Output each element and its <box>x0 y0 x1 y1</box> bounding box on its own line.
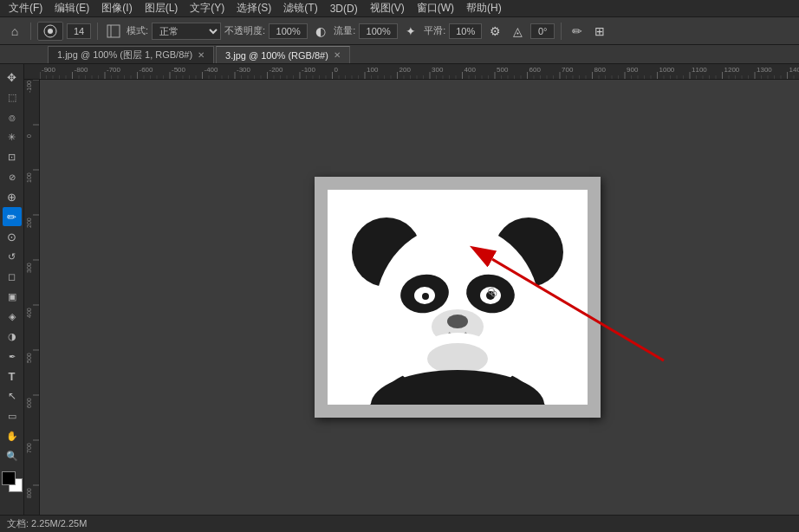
canvas-area[interactable] <box>40 80 799 515</box>
svg-text:700: 700 <box>562 66 574 74</box>
brush-size-input[interactable] <box>67 23 91 39</box>
toolbar: ⌂ 模式: 正常 不透明度: ◐ 流量: ✦ 平滑: ⚙ ◬ ✏ ⊞ <box>0 17 799 45</box>
menu-file[interactable]: 文件(F) <box>3 0 48 17</box>
brush-preset-picker[interactable] <box>37 22 63 41</box>
svg-text:900: 900 <box>627 66 639 74</box>
menu-edit[interactable]: 编辑(E) <box>49 0 94 17</box>
opacity-icon[interactable]: ◐ <box>311 22 330 41</box>
tool-move[interactable]: ✥ <box>3 68 22 87</box>
tool-blur[interactable]: ◈ <box>3 307 22 326</box>
svg-text:-200: -200 <box>270 66 284 74</box>
mode-select[interactable]: 正常 <box>152 23 221 40</box>
menubar: 文件(F) 编辑(E) 图像(I) 图层(L) 文字(Y) 选择(S) 滤镜(T… <box>0 0 799 17</box>
eye-marker <box>488 288 495 295</box>
svg-text:100: 100 <box>26 172 32 183</box>
tool-text[interactable]: T <box>3 367 22 386</box>
menu-help[interactable]: 帮助(H) <box>461 0 507 17</box>
svg-text:100: 100 <box>367 66 379 74</box>
tool-pen[interactable]: ✒ <box>3 347 22 366</box>
svg-text:700: 700 <box>26 443 32 453</box>
svg-point-185 <box>427 343 488 374</box>
tool-lasso[interactable]: ⌾ <box>3 107 22 127</box>
svg-text:0: 0 <box>335 66 339 74</box>
tool-marquee[interactable]: ⬚ <box>3 88 22 107</box>
svg-text:400: 400 <box>26 308 32 318</box>
symmetry-icon[interactable]: ⊞ <box>590 22 609 41</box>
svg-text:-500: -500 <box>172 66 186 74</box>
flow-input[interactable] <box>359 23 398 39</box>
toolbar-sep-2 <box>97 23 98 40</box>
color-swatches[interactable] <box>2 471 23 496</box>
opacity-input[interactable] <box>269 23 308 39</box>
pen-pressure-icon[interactable]: ✏ <box>568 22 587 41</box>
tabs-bar: 1.jpg @ 100% (图层 1, RGB/8#) ✕ 3.jpg @ 10… <box>0 45 799 64</box>
svg-text:500: 500 <box>497 66 509 74</box>
svg-text:600: 600 <box>26 398 32 408</box>
svg-point-179 <box>422 293 429 300</box>
tool-wand[interactable]: ✳ <box>3 127 22 146</box>
opacity-label: 不透明度: <box>224 24 265 37</box>
tool-path-select[interactable]: ↖ <box>3 386 22 405</box>
svg-text:-100: -100 <box>26 81 32 93</box>
tab-3jpg[interactable]: 3.jpg @ 100% (RGB/8#) ✕ <box>216 46 350 63</box>
menu-3d[interactable]: 3D(D) <box>325 1 363 16</box>
angle-input[interactable] <box>530 23 555 39</box>
svg-point-183 <box>447 315 468 328</box>
mode-label: 模式: <box>127 24 148 37</box>
tool-brush[interactable]: ✏ <box>3 207 22 226</box>
main-area: ✥ ⬚ ⌾ ✳ ⊡ ⊘ ⊕ ✏ ⊙ ↺ ◻ ▣ ◈ ◑ ✒ T ↖ ▭ ✋ 🔍 … <box>0 64 799 515</box>
tool-eraser[interactable]: ◻ <box>3 267 22 286</box>
ruler-left: -1000100200300400500600700800 <box>24 80 40 515</box>
tab-1jpg-label: 1.jpg @ 100% (图层 1, RGB/8#) <box>57 49 192 62</box>
airbrush-icon[interactable]: ✦ <box>401 22 420 41</box>
svg-text:-800: -800 <box>75 66 89 74</box>
tool-clone[interactable]: ⊙ <box>3 227 22 246</box>
menu-select[interactable]: 选择(S) <box>231 0 276 17</box>
svg-text:1000: 1000 <box>659 66 675 74</box>
menu-text[interactable]: 文字(Y) <box>185 0 230 17</box>
home-icon[interactable]: ⌂ <box>5 22 24 41</box>
tab-3jpg-close[interactable]: ✕ <box>334 50 341 60</box>
angle-icon[interactable]: ◬ <box>508 22 527 41</box>
tool-history-brush[interactable]: ↺ <box>3 247 22 266</box>
svg-text:300: 300 <box>432 66 444 74</box>
smooth-input[interactable] <box>449 23 482 39</box>
tool-dodge[interactable]: ◑ <box>3 327 22 346</box>
tool-gradient[interactable]: ▣ <box>3 287 22 306</box>
svg-text:800: 800 <box>594 66 607 74</box>
toolbar-sep-1 <box>30 23 31 40</box>
foreground-color[interactable] <box>2 471 16 485</box>
tool-eyedropper[interactable]: ⊘ <box>3 167 22 186</box>
svg-text:-600: -600 <box>140 66 154 74</box>
tool-shape[interactable]: ▭ <box>3 406 22 425</box>
tool-crop[interactable]: ⊡ <box>3 147 22 166</box>
tool-healing[interactable]: ⊕ <box>3 187 22 206</box>
ruler-top-svg: /* generated below */ -900-800-700-600-5… <box>40 64 799 79</box>
brush-mode-icon[interactable] <box>104 22 123 41</box>
menu-window[interactable]: 窗口(W) <box>412 0 459 17</box>
svg-text:1400: 1400 <box>789 66 800 74</box>
menu-layer[interactable]: 图层(L) <box>140 0 184 17</box>
svg-text:1300: 1300 <box>757 66 772 74</box>
svg-text:800: 800 <box>26 488 32 498</box>
canvas-wrapper <box>315 177 601 418</box>
tab-1jpg-close[interactable]: ✕ <box>198 50 205 60</box>
svg-text:-700: -700 <box>107 66 121 74</box>
smooth-label: 平滑: <box>424 24 445 37</box>
tool-hand[interactable]: ✋ <box>3 426 22 445</box>
menu-image[interactable]: 图像(I) <box>96 0 137 17</box>
ruler-left-svg: -1000100200300400500600700800 <box>24 80 40 515</box>
tool-zoom[interactable]: 🔍 <box>3 446 22 465</box>
status-doc-size: 文档: 2.25M/2.25M <box>7 517 87 530</box>
smooth-options-icon[interactable]: ⚙ <box>485 22 504 41</box>
brush-preview-icon <box>42 23 59 40</box>
svg-text:-900: -900 <box>42 66 56 74</box>
menu-filter[interactable]: 滤镜(T) <box>278 0 322 17</box>
mode-svg <box>106 23 121 39</box>
tab-1jpg[interactable]: 1.jpg @ 100% (图层 1, RGB/8#) ✕ <box>48 46 214 63</box>
menu-view[interactable]: 视图(V) <box>365 0 410 17</box>
svg-text:300: 300 <box>26 263 32 273</box>
panda-image <box>328 190 588 405</box>
svg-text:-400: -400 <box>205 66 219 74</box>
tools-panel: ✥ ⬚ ⌾ ✳ ⊡ ⊘ ⊕ ✏ ⊙ ↺ ◻ ▣ ◈ ◑ ✒ T ↖ ▭ ✋ 🔍 <box>0 64 24 515</box>
